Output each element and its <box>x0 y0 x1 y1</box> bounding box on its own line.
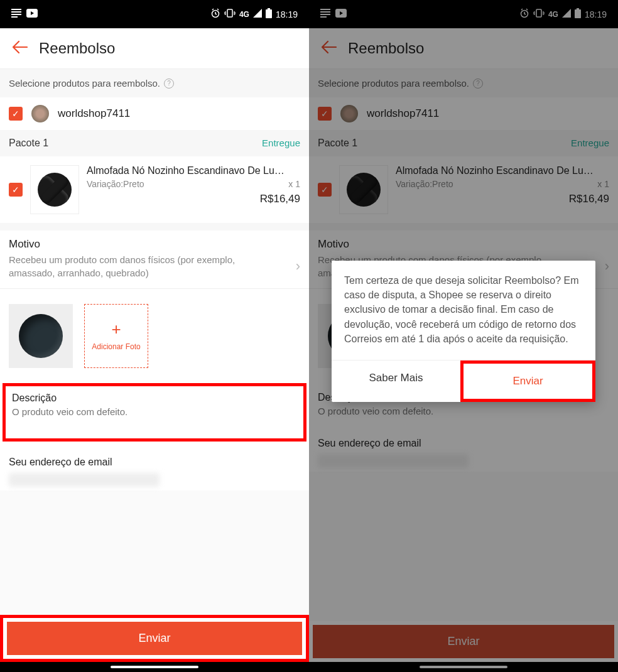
uploaded-photo[interactable] <box>9 304 73 368</box>
shop-row[interactable]: ✓ worldshop7411 <box>0 97 309 130</box>
email-label: Seu endereço de email <box>9 457 300 468</box>
youtube-icon <box>26 9 38 19</box>
product-quantity: x 1 <box>288 179 300 189</box>
status-bar: 4G 18:19 <box>0 0 309 28</box>
svg-rect-7 <box>268 8 270 9</box>
info-text: Selecione produtos para reembolso. <box>9 78 160 89</box>
add-photo-label: Adicionar Foto <box>92 342 140 351</box>
dialog-send-button[interactable]: Enviar <box>464 364 592 399</box>
reason-section[interactable]: Motivo Recebeu um produto com danos físi… <box>0 230 309 289</box>
add-photo-button[interactable]: + Adicionar Foto <box>84 304 148 368</box>
package-row: Pacote 1 Entregue <box>0 130 309 156</box>
signal-icon <box>253 9 262 19</box>
svg-rect-3 <box>11 16 18 18</box>
svg-rect-2 <box>11 14 21 15</box>
shop-avatar <box>31 105 49 122</box>
reason-header: Motivo <box>9 238 300 251</box>
dialog-learn-more-button[interactable]: Saber Mais <box>332 360 460 402</box>
svg-rect-1 <box>11 11 21 13</box>
help-icon[interactable]: ? <box>164 79 174 89</box>
submit-highlight: Enviar <box>0 615 309 662</box>
info-banner: Selecione produtos para reembolso. ? <box>0 69 309 97</box>
product-row[interactable]: ✓ Almofada Nó Nozinho Escandinavo De Lu…… <box>0 156 309 223</box>
app-bar: Reembolso <box>0 28 309 69</box>
product-price: R$16,49 <box>87 193 300 205</box>
svg-rect-8 <box>266 9 272 18</box>
alarm-icon <box>210 8 220 20</box>
shop-checkbox[interactable]: ✓ <box>9 107 23 121</box>
gesture-bar <box>0 662 309 672</box>
submit-button[interactable]: Enviar <box>7 622 302 655</box>
svg-rect-6 <box>227 9 232 17</box>
email-section: Seu endereço de email <box>0 442 309 490</box>
vibrate-icon <box>224 9 236 19</box>
shop-name: worldshop7411 <box>58 107 130 120</box>
reader-icon <box>11 9 21 19</box>
description-text: O produto veio com defeito. <box>12 406 297 417</box>
screen-right: 4G 18:19 Reembolso Selecione produtos pa… <box>309 0 618 672</box>
back-icon[interactable] <box>11 39 28 58</box>
email-value-blurred <box>9 473 160 487</box>
product-image <box>30 165 79 214</box>
network-label: 4G <box>239 10 249 19</box>
description-label: Descrição <box>12 393 297 404</box>
reason-text: Recebeu um produto com danos físicos (po… <box>9 253 273 279</box>
page-title: Reembolso <box>39 40 115 57</box>
plus-icon: + <box>111 321 121 337</box>
package-label: Pacote 1 <box>9 138 48 149</box>
confirm-dialog: Tem certeza de que deseja solicitar Reem… <box>332 261 595 402</box>
dialog-send-highlight: Enviar <box>460 360 595 402</box>
photo-row: + Adicionar Foto <box>0 289 309 383</box>
product-title: Almofada Nó Nozinho Escandinavo De Lu… <box>87 165 288 176</box>
description-box[interactable]: Descrição O produto veio com defeito. <box>3 383 306 442</box>
dialog-body: Tem certeza de que deseja solicitar Reem… <box>332 261 595 360</box>
chevron-right-icon: › <box>296 258 300 274</box>
package-status: Entregue <box>262 138 300 149</box>
product-checkbox[interactable]: ✓ <box>9 183 23 197</box>
battery-icon <box>266 8 272 20</box>
status-time: 18:19 <box>276 9 298 19</box>
svg-rect-0 <box>11 9 21 10</box>
screen-left: 4G 18:19 Reembolso Selecione produtos pa… <box>0 0 309 672</box>
product-variation: Variação:Preto <box>87 179 144 189</box>
